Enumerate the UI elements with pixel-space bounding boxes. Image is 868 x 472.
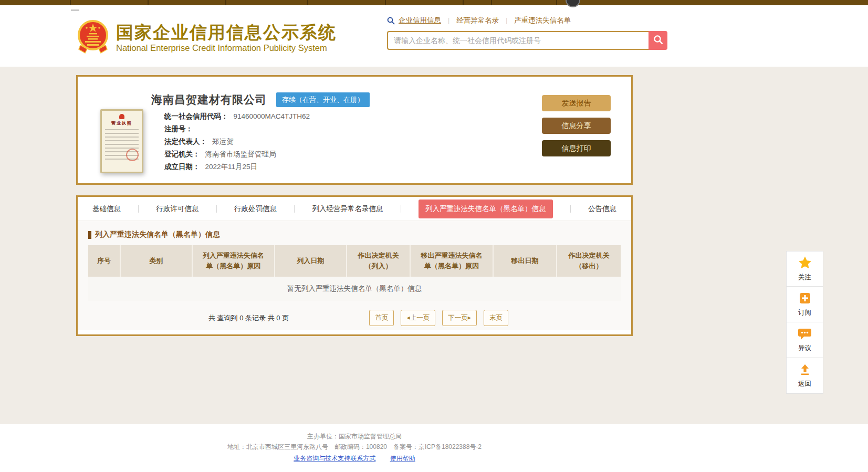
tab-announcements[interactable]: 公告信息 (588, 204, 616, 214)
company-fields: 统一社会信用代码：91460000MAC4TJTH62 注册号： 法定代表人：郑… (164, 110, 310, 173)
send-report-button[interactable]: 发送报告 (542, 95, 611, 111)
back-to-top-button[interactable]: 返回 (786, 358, 823, 394)
empty-message: 暂无列入严重违法失信名单（黑名单）信息 (88, 277, 621, 301)
section-title: 列入严重违法失信名单（黑名单）信息 (88, 230, 621, 239)
back-to-top-icon (799, 363, 811, 378)
top-strip-divider (307, 0, 308, 5)
top-strip (0, 0, 868, 5)
field-legal-representative: 法定代表人：郑运贺 (164, 135, 310, 148)
subscribe-button[interactable]: 订阅 (786, 287, 823, 322)
top-strip-divider (491, 0, 492, 5)
company-detail-card: 基础信息 行政许可信息 行政处罚信息 列入经营异常名录信息 列入严重违法失信名单… (76, 195, 633, 336)
feedback-bubble-icon (798, 327, 812, 342)
next-page-button[interactable]: 下一页▸ (442, 310, 477, 326)
footer-link-help[interactable]: 使用帮助 (390, 455, 415, 462)
blacklist-section: 列入严重违法失信名单（黑名单）信息 序号 类别 (78, 221, 631, 330)
search-button[interactable] (649, 31, 667, 50)
section-title-marker (88, 231, 91, 239)
top-strip-divider (385, 0, 386, 5)
last-page-button[interactable]: 末页 (484, 310, 508, 326)
pagination: 共 查询到 0 条记录 共 0 页 首页 ◂上一页 下一页▸ 末页 (88, 310, 621, 326)
footer-address: 地址：北京市西城区三里河东路八号 邮政编码：100820 备案号：京ICP备18… (76, 442, 633, 452)
search-tab-enterprise-credit[interactable]: 企业信用信息 (399, 16, 441, 25)
col-header-inclusion-reason: 列入严重违法失信名 单（黑名单）原因 (192, 245, 275, 277)
site-title-cn: 国家企业信用信息公示系统 (116, 23, 337, 43)
field-credit-code: 统一社会信用代码：91460000MAC4TJTH62 (164, 110, 310, 123)
field-establishment-date: 成立日期：2022年11月25日 (164, 161, 310, 173)
top-strip-divider (225, 0, 226, 5)
col-header-inclusion-date: 列入日期 (275, 245, 347, 277)
company-name: 海南昌贺建材有限公司 (151, 92, 267, 107)
search-tab-separator: | (448, 17, 449, 24)
page-header: 国家企业信用信息公示系统 National Enterprise Credit … (0, 5, 868, 67)
tab-abnormal-operations[interactable]: 列入经营异常名录信息 (312, 204, 383, 214)
col-header-category: 类别 (120, 245, 192, 277)
table-row: 暂无列入严重违法失信名单（黑名单）信息 (88, 277, 621, 301)
tab-separator (401, 205, 401, 213)
top-strip-divider (148, 0, 149, 5)
field-registration-authority: 登记机关：海南省市场监督管理局 (164, 148, 310, 161)
col-header-removal-reason: 移出严重违法失信名 单（黑名单）原因 (410, 245, 493, 277)
top-strip-divider (556, 0, 557, 5)
star-icon (798, 256, 812, 271)
company-actions: 发送报告 信息分享 信息打印 (542, 95, 611, 163)
tab-serious-violation-blacklist[interactable]: 列入严重违法失信名单（黑名单）信息 (419, 200, 553, 218)
info-share-button[interactable]: 信息分享 (542, 118, 611, 134)
tab-separator (570, 205, 571, 213)
tab-separator (216, 205, 217, 213)
search-tab-serious-violation[interactable]: 严重违法失信名单 (514, 16, 571, 25)
site-brand: 国家企业信用信息公示系统 National Enterprise Credit … (76, 19, 337, 57)
top-strip-divider (463, 0, 464, 5)
search-block: 企业信用信息 | 经营异常名录 | 严重违法失信名单 (387, 14, 667, 50)
col-header-seq: 序号 (88, 245, 120, 277)
site-title-en: National Enterprise Credit Information P… (116, 43, 337, 53)
prev-page-button[interactable]: ◂上一页 (401, 310, 435, 326)
tab-separator (294, 205, 295, 213)
license-emblem-icon (119, 114, 124, 119)
tab-basic-info[interactable]: 基础信息 (92, 204, 121, 214)
tab-administrative-penalty[interactable]: 行政处罚信息 (234, 204, 277, 214)
col-header-deciding-authority-out: 作出决定机关 （移出） (557, 245, 621, 277)
record-count-summary: 共 查询到 0 条记录 共 0 页 (208, 313, 289, 323)
company-summary-card: 营业执照 海南昌贺建材有限公司 存续（在营、开业、在册） 统一社会信用代码：91… (76, 75, 633, 185)
search-button-icon (653, 35, 663, 46)
page-footer: 主办单位：国家市场监督管理总局 地址：北京市西城区三里河东路八号 邮政编码：10… (0, 424, 868, 472)
side-widget: 关注 订阅 异议 返回 (786, 251, 823, 394)
blacklist-table: 序号 类别 列入严重违法失信名 单（黑名单）原因 列入日期 (88, 245, 621, 301)
search-input[interactable] (387, 31, 649, 50)
subscribe-plus-icon (799, 292, 811, 307)
tab-separator (138, 205, 139, 213)
license-red-seal-icon (126, 149, 139, 161)
search-icon (387, 17, 395, 25)
main-content: 营业执照 海南昌贺建材有限公司 存续（在营、开业、在册） 统一社会信用代码：91… (0, 67, 868, 424)
search-tab-separator: | (506, 17, 507, 24)
top-strip-divider (70, 0, 71, 5)
detail-tabbar: 基础信息 行政许可信息 行政处罚信息 列入经营异常名录信息 列入严重违法失信名单… (78, 197, 631, 221)
footer-link-support-contact[interactable]: 业务咨询与技术支持联系方式 (294, 455, 375, 462)
info-print-button[interactable]: 信息打印 (542, 140, 611, 156)
field-registration-no: 注册号： (164, 123, 310, 135)
license-title: 营业执照 (105, 120, 139, 126)
col-header-removal-date: 移出日期 (493, 245, 557, 277)
national-emblem-logo (76, 19, 110, 57)
tab-administrative-license[interactable]: 行政许可信息 (156, 204, 199, 214)
follow-button[interactable]: 关注 (786, 251, 823, 287)
footer-organizer: 主办单位：国家市场监督管理总局 (76, 431, 633, 442)
col-header-deciding-authority-in: 作出决定机关 （列入） (347, 245, 411, 277)
business-license-thumbnail: 营业执照 (100, 109, 143, 173)
header-dash (71, 9, 79, 11)
objection-button[interactable]: 异议 (786, 322, 823, 358)
search-tab-abnormal-operations[interactable]: 经营异常名录 (456, 16, 499, 25)
first-page-button[interactable]: 首页 (369, 310, 394, 326)
company-status-badge: 存续（在营、开业、在册） (276, 92, 370, 107)
